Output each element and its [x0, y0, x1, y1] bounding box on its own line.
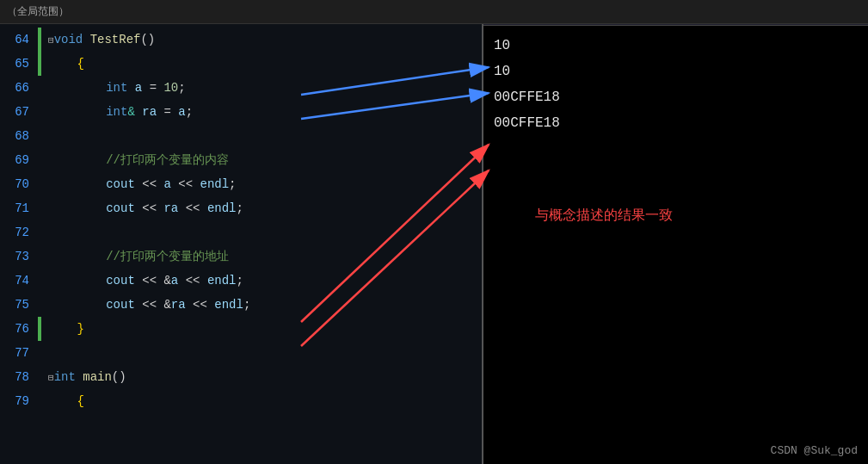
code-line-70: 70 cout << a << endl;: [0, 172, 477, 196]
code-line-71: 71 cout << ra << endl;: [0, 196, 477, 220]
code-text-74: cout << &a << endl;: [41, 269, 243, 293]
line-number-71: 71: [0, 196, 38, 220]
code-text-75: cout << &ra << endl;: [41, 293, 250, 317]
code-text-71: cout << ra << endl;: [41, 196, 243, 220]
collapse-icon-78: ⊟: [48, 373, 54, 383]
code-line-75: 75 cout << &ra << endl;: [0, 293, 477, 317]
line-number-72: 72: [0, 220, 38, 244]
code-line-64: 64 ⊟void TestRef(): [0, 28, 477, 52]
code-text-66: int a = 10;: [41, 76, 186, 100]
collapse-icon-64: ⊟: [48, 35, 54, 46]
code-line-73: 73 //打印两个变量的地址: [0, 244, 477, 269]
code-text-67: int& ra = a;: [41, 100, 193, 124]
code-line-68: 68: [0, 124, 477, 148]
code-text-69: //打印两个变量的内容: [41, 148, 229, 172]
code-text-73: //打印两个变量的地址: [41, 244, 229, 269]
line-number-64: 64: [0, 28, 38, 52]
line-number-69: 69: [0, 148, 38, 172]
code-container: 64 ⊟void TestRef() 65 { 66 int a = 10; 6…: [0, 24, 477, 413]
code-text-76: }: [41, 317, 84, 341]
line-number-77: 77: [0, 341, 38, 365]
code-line-77: 77: [0, 341, 477, 365]
left-border-72: [38, 220, 41, 244]
console-line-2: 10: [494, 59, 858, 84]
line-number-70: 70: [0, 172, 38, 196]
console-line-4: 00CFFE18: [494, 110, 858, 136]
code-line-65: 65 {: [0, 52, 477, 76]
console-output: 10 10 00CFFE18 00CFFE18: [483, 26, 868, 143]
console-line-1: 10: [494, 33, 858, 59]
line-number-67: 67: [0, 100, 38, 124]
code-line-79: 79 {: [0, 389, 477, 413]
console-panel: D:\Program Files (x86)\C++\grammar\test.…: [482, 0, 868, 464]
left-border-68: [38, 124, 41, 148]
annotation-text: 与概念描述的结果一致: [535, 207, 673, 225]
code-line-76: 76 }: [0, 317, 477, 341]
code-line-67: 67 int& ra = a;: [0, 100, 477, 124]
code-text-79: {: [41, 389, 84, 413]
left-border-77: [38, 341, 41, 365]
code-text-65: {: [41, 52, 84, 76]
code-text-64: ⊟void TestRef(): [41, 28, 155, 53]
code-line-74: 74 cout << &a << endl;: [0, 269, 477, 293]
line-number-78: 78: [0, 365, 38, 389]
scope-label: （全局范围）: [7, 4, 69, 19]
console-line-3: 00CFFE18: [494, 84, 858, 110]
code-line-72: 72: [0, 220, 477, 244]
watermark: CSDN @Suk_god: [771, 444, 858, 457]
code-line-78: 78 ⊟int main(): [0, 365, 477, 389]
code-line-66: 66 int a = 10;: [0, 76, 477, 100]
line-number-66: 66: [0, 76, 38, 100]
line-number-76: 76: [0, 317, 38, 341]
line-number-73: 73: [0, 244, 38, 269]
editor-area: 64 ⊟void TestRef() 65 { 66 int a = 10; 6…: [0, 24, 477, 464]
code-text-78: ⊟int main(): [41, 365, 126, 390]
line-number-79: 79: [0, 389, 38, 413]
code-line-69: 69 //打印两个变量的内容: [0, 148, 477, 172]
line-number-74: 74: [0, 269, 38, 293]
line-number-68: 68: [0, 124, 38, 148]
line-number-75: 75: [0, 293, 38, 317]
code-text-70: cout << a << endl;: [41, 172, 237, 196]
top-bar: （全局范围）: [0, 0, 868, 24]
line-number-65: 65: [0, 52, 38, 76]
